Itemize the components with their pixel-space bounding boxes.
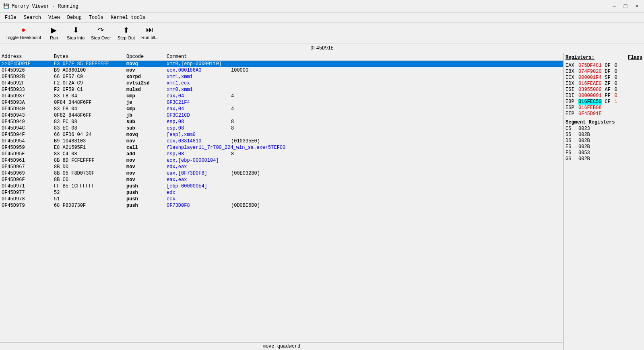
disasm-comment: 8 bbox=[231, 119, 561, 125]
disasm-bytes: 83 F8 04 bbox=[54, 93, 126, 99]
run-button[interactable]: ▶ Run bbox=[45, 24, 63, 42]
segment-name: ES bbox=[566, 144, 577, 150]
disasm-row[interactable]: >>0F45D91EF3 0F7E 85 F0FEFFFFmovqxmm0,[e… bbox=[0, 61, 563, 67]
disasm-row[interactable]: 0F45D954B9 10488103movecx,03814810(01033… bbox=[0, 138, 563, 144]
disasm-opcode: cvtsi2sd bbox=[126, 80, 167, 86]
disasm-comment: (00E03280) bbox=[231, 171, 561, 176]
disasm-header: Address Bytes Opcode Comment bbox=[0, 53, 563, 61]
disasm-opcode: mov bbox=[126, 164, 167, 170]
menu-item-search[interactable]: Search bbox=[21, 14, 44, 21]
disasm-bytes: B9 A0860100 bbox=[54, 68, 126, 73]
disasm-address: 0F45D94F bbox=[2, 132, 54, 138]
disasm-row[interactable]: 0F45D97752pushedx bbox=[0, 189, 563, 196]
disasm-address: 0F45D937 bbox=[2, 93, 54, 99]
titlebar-left: 💾 Memory Viewer - Running bbox=[3, 3, 78, 9]
disasm-row[interactable]: 0F45D94083 F8 04cmpeax,044 bbox=[0, 106, 563, 112]
disasm-row[interactable]: 0F45D9618B 8D FCFEFFFFmovecx,[ebp-000001… bbox=[0, 157, 563, 164]
disasm-arg: 0F3C21F4 bbox=[167, 100, 231, 105]
disasm-row[interactable]: 0F45D933F2 0F59 C1mulsdxmm0,xmm1 bbox=[0, 86, 563, 93]
close-button[interactable]: × bbox=[633, 2, 641, 10]
flag-row: CF1 bbox=[605, 99, 617, 105]
disasm-arg: ecx,[ebp-00000104] bbox=[167, 158, 231, 163]
disasm-row[interactable]: 0F45D97851pushecx bbox=[0, 196, 563, 202]
menu-item-debug[interactable]: Debug bbox=[64, 14, 85, 21]
maximize-button[interactable]: □ bbox=[621, 2, 630, 10]
disasm-address: 0F45D94C bbox=[2, 126, 54, 131]
disasm-row[interactable]: 0F45D9678B D0movedx,eax bbox=[0, 164, 563, 170]
disasm-opcode: movq bbox=[126, 61, 167, 67]
disasm-opcode: sub bbox=[126, 126, 167, 131]
disasm-row[interactable]: 0F45D93783 F8 04cmpeax,044 bbox=[0, 93, 563, 99]
disasm-table[interactable]: >>0F45D91EF3 0F7E 85 F0FEFFFFmovqxmm0,[e… bbox=[0, 61, 563, 342]
flag-row: DF0 bbox=[605, 69, 617, 74]
flag-name: AF bbox=[605, 87, 613, 93]
disasm-comment: 100000 bbox=[231, 68, 561, 73]
disasm-row[interactable]: 0F45D97968 F8D0730Fpush0F73D0F8(0D0BE6D0… bbox=[0, 202, 563, 209]
toolbar: ● Toggle Breakpoint ▶ Run ⬇ Step Into ↷ … bbox=[0, 23, 644, 43]
register-value: 074F9020 bbox=[578, 69, 602, 74]
disasm-opcode: sub bbox=[126, 119, 167, 125]
register-value: 016FEC50 bbox=[578, 99, 602, 105]
segment-register-row: GS002B bbox=[566, 156, 642, 162]
menu-item-kernel tools[interactable]: Kernel tools bbox=[107, 14, 149, 21]
minimize-button[interactable]: − bbox=[610, 2, 618, 10]
disasm-comment bbox=[231, 190, 561, 196]
disasm-row[interactable]: 0F45D95E83 C4 08addesp,088 bbox=[0, 151, 563, 157]
segment-register-row: ES002B bbox=[566, 144, 642, 150]
flag-value: 0 bbox=[615, 81, 617, 86]
disasm-address: 0F45D969 bbox=[2, 171, 54, 176]
disasm-arg: esp,08 bbox=[167, 119, 231, 125]
disasm-opcode: mov bbox=[126, 68, 167, 73]
disasm-row[interactable]: 0F45D94983 EC 08subesp,088 bbox=[0, 119, 563, 125]
disasm-opcode: call bbox=[126, 145, 167, 150]
disasm-address: 0F45D959 bbox=[2, 145, 54, 150]
disasm-opcode: mov bbox=[126, 177, 167, 183]
disasm-comment bbox=[231, 177, 561, 183]
disasm-row[interactable]: 0F45D94F66 0FD6 04 24movq[esp],xmm0 bbox=[0, 132, 563, 138]
step-out-icon: ⬆ bbox=[123, 26, 129, 35]
step-over-icon: ↷ bbox=[98, 26, 104, 35]
disasm-opcode: xorpd bbox=[126, 74, 167, 80]
disasm-address: 0F45D92B bbox=[2, 74, 54, 80]
step-out-label: Step Out bbox=[118, 35, 135, 40]
run-till-button[interactable]: ⏭ Run till... bbox=[139, 24, 161, 42]
main-area: Address Bytes Opcode Comment >>0F45D91EF… bbox=[0, 53, 644, 350]
disasm-row[interactable]: 0F45D93A0F84 B448F6FFje0F3C21F4 bbox=[0, 99, 563, 106]
flag-value: 0 bbox=[615, 75, 617, 80]
menu-item-file[interactable]: File bbox=[2, 14, 20, 21]
disasm-bytes: F3 0F7E 85 F0FEFFFF bbox=[54, 61, 126, 67]
step-into-button[interactable]: ⬇ Step Into bbox=[64, 24, 87, 42]
toggle-breakpoint-button[interactable]: ● Toggle Breakpoint bbox=[3, 24, 43, 42]
disasm-row[interactable]: 0F45D9430F82 8448F6FFjb0F3C21CD bbox=[0, 112, 563, 119]
disasm-row[interactable]: 0F45D926B9 A0860100movecx,000186A0100000 bbox=[0, 67, 563, 74]
menubar: FileSearchViewDebugToolsKernel tools bbox=[0, 13, 644, 23]
disasm-bytes: 8B D0 bbox=[54, 164, 126, 170]
disasm-address: 0F45D949 bbox=[2, 119, 54, 125]
disasm-comment bbox=[231, 164, 561, 170]
disasm-row[interactable]: 0F45D959E8 A21595F1callflashplayer11_7r7… bbox=[0, 144, 563, 151]
segment-register-row: SS002B bbox=[566, 132, 642, 138]
disasm-address: >>0F45D91E bbox=[2, 61, 54, 67]
disasm-row[interactable]: 0F45D92FF2 0F2A C9cvtsi2sdxmm1,ecx bbox=[0, 80, 563, 86]
disasm-row[interactable]: 0F45D92B66 0F57 C9xorpdxmm1,xmm1 bbox=[0, 74, 563, 80]
menu-item-tools[interactable]: Tools bbox=[86, 14, 107, 21]
disasm-row[interactable]: 0F45D971FF B5 1CFFFFFFpush[ebp-000000E4] bbox=[0, 183, 563, 189]
flag-row: ZF0 bbox=[605, 81, 617, 86]
disasm-bytes: 8B C0 bbox=[54, 177, 126, 183]
flag-row: PF0 bbox=[605, 93, 617, 99]
disasm-arg: eax,eax bbox=[167, 177, 231, 183]
step-over-button[interactable]: ↷ Step Over bbox=[89, 24, 114, 42]
disasm-address: 0F45D961 bbox=[2, 158, 54, 163]
titlebar: 💾 Memory Viewer - Running − □ × bbox=[0, 0, 644, 13]
disasm-comment bbox=[231, 145, 561, 150]
flag-value: 0 bbox=[615, 63, 617, 68]
disasm-row[interactable]: 0F45D9698B 05 F8D0730Fmoveax,[0F73D0F8](… bbox=[0, 170, 563, 177]
disasm-row[interactable]: 0F45D96F8B C0moveax,eax bbox=[0, 177, 563, 183]
menu-item-view[interactable]: View bbox=[45, 14, 63, 21]
disasm-row[interactable]: 0F45D94C83 EC 08subesp,088 bbox=[0, 125, 563, 132]
disasm-opcode: mov bbox=[126, 158, 167, 163]
segment-name: SS bbox=[566, 132, 577, 138]
breakpoint-icon: ● bbox=[21, 26, 26, 34]
disasm-address: 0F45D979 bbox=[2, 203, 54, 208]
step-out-button[interactable]: ⬆ Step Out bbox=[115, 24, 137, 42]
